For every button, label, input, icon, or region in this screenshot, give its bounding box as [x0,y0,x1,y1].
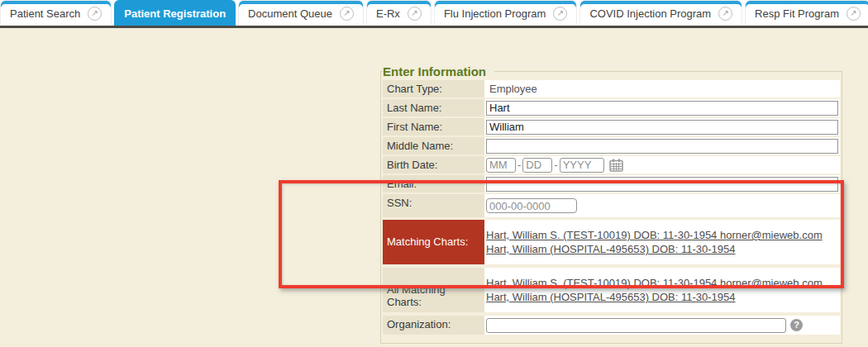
tab-label: COVID Injection Program [589,7,711,20]
birth-month-input[interactable] [486,158,516,173]
matching-chart-link[interactable]: Hart, William S. (TEST-10019) DOB: 11-30… [486,228,823,242]
calendar-icon[interactable] [609,159,624,172]
help-icon[interactable]: ? [790,319,803,331]
tab-label: Flu Injection Program [444,7,546,20]
tab-label: Resp Fit Program [755,7,839,20]
birth-date-row: Birth Date: - - [383,156,840,174]
middle-name-input[interactable] [486,139,838,154]
first-name-input[interactable] [486,120,838,135]
middle-name-label: Middle Name: [383,137,484,154]
all-matching-chart-link[interactable]: Hart, William S. (TEST-10019) DOB: 11-30… [486,276,823,290]
all-matching-charts-label: All Matching Charts: [383,268,484,312]
chart-type-row: Chart Type: Employee [383,80,840,97]
tab-patient-search[interactable]: Patient Search ↗ [0,0,112,26]
tab-label: Document Queue [248,7,332,20]
first-name-row: First Name: [383,118,840,135]
popout-icon[interactable]: ↗ [408,7,422,21]
all-matching-chart-link[interactable]: Hart, William (HOSPITAL-495653) DOB: 11-… [486,290,736,304]
tab-document-queue[interactable]: Document Queue ↗ [238,0,364,26]
first-name-label: First Name: [383,118,484,135]
last-name-input[interactable] [486,101,838,116]
ssn-row: SSN: [383,194,840,217]
date-separator: - [554,159,557,171]
organization-input[interactable] [486,318,786,333]
popout-icon[interactable]: ↗ [340,7,354,21]
all-matching-charts-row: All Matching Charts: Hart, William S. (T… [383,268,840,312]
last-name-row: Last Name: [383,99,840,116]
form-rows: Chart Type: Employee Last Name: First Na… [383,80,840,335]
birth-year-input[interactable] [560,158,604,173]
last-name-label: Last Name: [383,99,484,116]
tab-resp-fit-program[interactable]: Resp Fit Program ↗ [745,0,868,26]
organization-row: Organization: ? [383,316,840,335]
email-label: Email: [383,175,484,193]
tab-patient-registration[interactable]: Patient Registration [114,0,236,26]
middle-name-row: Middle Name: [383,137,840,154]
tab-flu-injection-program[interactable]: Flu Injection Program ↗ [434,0,578,26]
tab-label: Patient Registration [124,7,226,20]
date-separator: - [517,159,521,171]
popout-icon[interactable]: ↗ [847,7,861,21]
popout-icon[interactable]: ↗ [553,7,567,21]
birth-day-input[interactable] [522,158,552,173]
birth-date-label: Birth Date: [383,156,484,174]
tab-covid-injection-program[interactable]: COVID Injection Program ↗ [579,0,742,26]
fieldset-legend: Enter Information [383,64,494,79]
tab-e-rx[interactable]: E-Rx ↗ [366,0,432,26]
matching-charts-label: Matching Charts: [383,220,484,264]
ssn-input[interactable] [486,198,577,213]
tab-label: Patient Search [10,7,80,20]
tab-bar: Patient Search ↗ Patient Registration Do… [0,0,868,26]
enter-information-fieldset: Enter Information Chart Type: Employee L… [380,71,842,344]
popout-icon[interactable]: ↗ [88,7,102,21]
popout-icon[interactable]: ↗ [718,7,732,21]
chart-type-label: Chart Type: [383,80,484,97]
ssn-label: SSN: [383,194,484,217]
chart-type-value: Employee [486,83,537,95]
email-row: Email: [383,175,840,193]
email-input[interactable] [486,177,838,192]
page-content: Enter Information Chart Type: Employee L… [0,28,868,347]
matching-charts-row: Matching Charts: Hart, William S. (TEST-… [383,220,840,264]
organization-label: Organization: [383,316,484,335]
tab-label: E-Rx [376,7,400,20]
matching-chart-link[interactable]: Hart, William (HOSPITAL-495653) DOB: 11-… [486,242,736,256]
